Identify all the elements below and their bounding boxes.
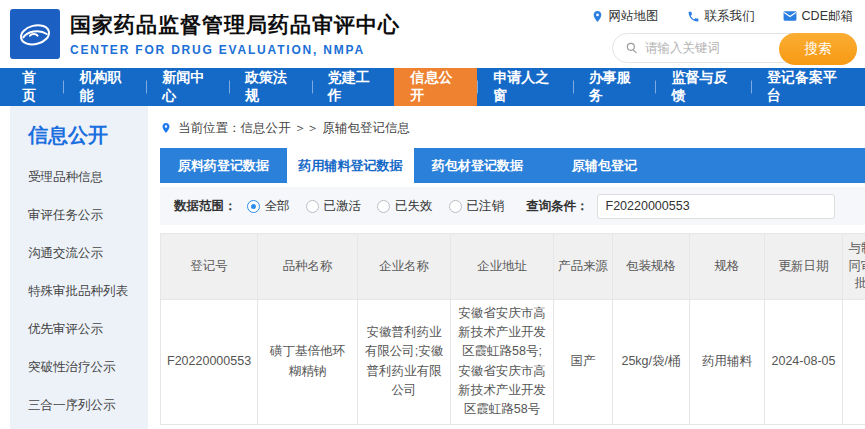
- nav-services[interactable]: 办事服务: [573, 68, 656, 106]
- radio-activated-label: 已激活: [324, 198, 362, 215]
- query-condition-label: 查询条件：: [526, 198, 589, 215]
- col-company-name: 企业名称: [358, 234, 451, 300]
- header: 国家药品监督管理局药品审评中心 CENTER FOR DRUG EVALUATI…: [0, 0, 865, 68]
- col-company-address: 企业地址: [451, 234, 554, 300]
- site-search-input[interactable]: [645, 41, 780, 55]
- cde-mail-label: CDE邮箱: [802, 8, 853, 25]
- brand: 国家药品监督管理局药品审评中心 CENTER FOR DRUG EVALUATI…: [10, 9, 400, 59]
- nav-info-disclosure[interactable]: 信息公开: [394, 68, 477, 106]
- radio-expired-label: 已失效: [395, 198, 433, 215]
- sidebar-item-priority-review[interactable]: 优先审评公示: [28, 321, 148, 338]
- sidebar-item-breakthrough-therapy[interactable]: 突破性治疗公示: [28, 359, 148, 376]
- nav-supervision[interactable]: 监督与反馈: [655, 68, 750, 106]
- col-variety-name: 品种名称: [258, 234, 358, 300]
- sidebar-item-special-approval[interactable]: 特殊审批品种列表: [28, 283, 148, 300]
- breadcrumb-pin-icon: [160, 122, 172, 134]
- nav-applicant-window[interactable]: 申请人之窗: [477, 68, 572, 106]
- site-search: 搜索: [612, 33, 857, 63]
- cde-mail-link[interactable]: CDE邮箱: [783, 8, 853, 25]
- cell-update-date: 2024-08-05: [765, 299, 843, 424]
- contact-link[interactable]: 联系我们: [687, 8, 755, 25]
- nav-party[interactable]: 党建工作: [312, 68, 395, 106]
- site-title: 国家药品监督管理局药品审评中心: [70, 11, 400, 39]
- col-joint-review-result: 与制剂共同审评审批结果: [843, 234, 865, 300]
- site-subtitle: CENTER FOR DRUG EVALUATION, NMPA: [70, 43, 400, 57]
- breadcrumb: 当前位置：信息公开 ＞＞ 原辅包登记信息: [160, 114, 865, 142]
- content: 信息公开 受理品种信息 审评任务公示 沟通交流公示 特殊审批品种列表 优先审评公…: [0, 106, 865, 429]
- cell-joint-review-result: A: [843, 299, 865, 424]
- sidebar-item-communication[interactable]: 沟通交流公示: [28, 245, 148, 262]
- main: 当前位置：信息公开 ＞＞ 原辅包登记信息 原料药登记数据 药用辅料登记数据 药包…: [148, 106, 865, 429]
- cell-package-spec: 25kg/袋/桶: [613, 299, 690, 424]
- radio-cancelled-icon: [449, 200, 462, 213]
- col-spec: 规格: [690, 234, 765, 300]
- nav-functions[interactable]: 机构职能: [63, 68, 146, 106]
- tab-excipient-registration[interactable]: 药用辅料登记数据: [287, 148, 414, 183]
- radio-cancelled-label: 已注销: [467, 198, 505, 215]
- sidebar-item-three-in-one[interactable]: 三合一序列公示: [28, 397, 148, 414]
- cell-registration-no: F20220000553: [161, 299, 258, 424]
- tab-raw-aux-pack[interactable]: 原辅包登记: [541, 148, 668, 183]
- cell-company-address: 安徽省安庆市高新技术产业开发区霞虹路58号; 安徽省安庆市高新技术产业开发区霞虹…: [451, 299, 554, 424]
- radio-expired[interactable]: 已失效: [377, 198, 433, 215]
- page: 国家药品监督管理局药品审评中心 CENTER FOR DRUG EVALUATI…: [0, 0, 865, 429]
- cell-spec: 药用辅料: [690, 299, 765, 424]
- envelope-icon: [783, 10, 797, 22]
- contact-label: 联系我们: [705, 8, 755, 25]
- col-update-date: 更新日期: [765, 234, 843, 300]
- radio-activated[interactable]: 已激活: [306, 198, 362, 215]
- quick-links: 网站地图 联系我们 CDE邮箱: [591, 8, 857, 25]
- query-condition-input[interactable]: [597, 194, 835, 219]
- sidebar-item-accepted-varieties[interactable]: 受理品种信息: [28, 169, 148, 186]
- search-icon: [625, 41, 639, 55]
- breadcrumb-text: 当前位置：信息公开 ＞＞ 原辅包登记信息: [178, 120, 410, 137]
- table-header-row: 登记号 品种名称 企业名称 企业地址 产品来源 包装规格 规格 更新日期 与制剂…: [161, 234, 865, 300]
- cde-logo-icon: [14, 13, 56, 55]
- tab-packaging-registration[interactable]: 药包材登记数据: [414, 148, 541, 183]
- main-nav: 首页 机构职能 新闻中心 政策法规 党建工作 信息公开 申请人之窗 办事服务 监…: [0, 68, 865, 106]
- cell-company-name: 安徽普利药业有限公司;安徽普利药业有限公司: [358, 299, 451, 424]
- col-registration-no: 登记号: [161, 234, 258, 300]
- nav-policy[interactable]: 政策法规: [229, 68, 312, 106]
- cde-logo: [10, 9, 60, 59]
- col-product-source: 产品来源: [554, 234, 613, 300]
- cell-variety-name: 磺丁基倍他环糊精钠: [258, 299, 358, 424]
- site-search-button[interactable]: 搜索: [779, 33, 857, 65]
- radio-activated-icon: [306, 200, 319, 213]
- sidebar: 信息公开 受理品种信息 审评任务公示 沟通交流公示 特殊审批品种列表 优先审评公…: [10, 106, 148, 429]
- brand-text: 国家药品监督管理局药品审评中心 CENTER FOR DRUG EVALUATI…: [70, 11, 400, 57]
- nav-home[interactable]: 首页: [6, 68, 63, 106]
- location-pin-icon: [591, 10, 604, 23]
- sidebar-title: 信息公开: [28, 122, 148, 149]
- radio-cancelled[interactable]: 已注销: [449, 198, 505, 215]
- scope-label: 数据范围：: [174, 198, 237, 215]
- radio-all-label: 全部: [265, 198, 290, 215]
- nav-registration-platform[interactable]: 登记备案平台: [751, 68, 859, 106]
- radio-all-icon: [247, 200, 260, 213]
- registration-table: 登记号 品种名称 企业名称 企业地址 产品来源 包装规格 规格 更新日期 与制剂…: [160, 233, 865, 425]
- radio-expired-icon: [377, 200, 390, 213]
- filter-bar: 数据范围： 全部 已激活 已失效 已注销 查询条件：: [160, 187, 865, 225]
- sidebar-item-review-tasks[interactable]: 审评任务公示: [28, 207, 148, 224]
- radio-all[interactable]: 全部: [247, 198, 290, 215]
- nav-news[interactable]: 新闻中心: [146, 68, 229, 106]
- sitemap-label: 网站地图: [609, 8, 659, 25]
- phone-icon: [687, 10, 700, 23]
- cell-product-source: 国产: [554, 299, 613, 424]
- col-package-spec: 包装规格: [613, 234, 690, 300]
- tab-bar: 原料药登记数据 药用辅料登记数据 药包材登记数据 原辅包登记: [160, 148, 865, 183]
- header-right: 网站地图 联系我们 CDE邮箱: [591, 6, 857, 63]
- tab-api-registration[interactable]: 原料药登记数据: [160, 148, 287, 183]
- table-row: F20220000553 磺丁基倍他环糊精钠 安徽普利药业有限公司;安徽普利药业…: [161, 299, 865, 424]
- sitemap-link[interactable]: 网站地图: [591, 8, 659, 25]
